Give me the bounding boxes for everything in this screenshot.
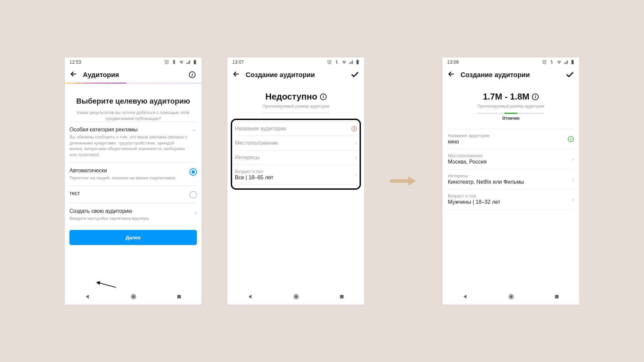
row-age-gender[interactable]: Возраст и пол Все | 18–65 лет › <box>234 165 358 185</box>
svg-line-3 <box>99 277 116 289</box>
mute-icon <box>171 59 177 65</box>
wifi-icon <box>179 59 184 65</box>
reach-bar-empty <box>262 113 329 113</box>
info-icon[interactable]: i <box>532 94 539 100</box>
special-category-row[interactable]: Особая категория рекламы Вы обязаны сооб… <box>69 122 197 162</box>
radio-selected-icon[interactable] <box>190 168 197 176</box>
svg-marker-4 <box>96 280 102 286</box>
reach-title: 1.7M - 1.8M i <box>447 92 575 102</box>
android-nav <box>227 289 364 305</box>
back-icon[interactable] <box>69 70 77 79</box>
svg-rect-18 <box>572 60 573 60</box>
mute-icon <box>549 59 554 65</box>
android-nav <box>442 289 579 305</box>
status-time: 12:53 <box>69 59 81 65</box>
alarm-icon <box>542 59 547 65</box>
reach-title: Недоступно i <box>232 92 360 102</box>
info-icon[interactable]: i <box>320 94 327 100</box>
create-label: Создать свою аудиторию <box>69 208 191 214</box>
nav-recent-icon[interactable] <box>176 294 182 299</box>
option-label: тест <box>69 190 186 196</box>
phone-screen-1: 12:53 Аудитория i Выберите целевую аудит… <box>64 57 202 305</box>
svg-point-12 <box>295 296 298 298</box>
page-title: Аудитория <box>83 71 182 79</box>
check-ok-icon <box>568 136 574 142</box>
form-callout: Название аудитории ! Местоположение › Ин… <box>231 119 361 190</box>
chevron-right-icon: › <box>350 172 357 178</box>
nav-recent-icon[interactable] <box>554 294 559 299</box>
annotation-arrow-icon <box>95 274 118 289</box>
reach-bar <box>477 113 544 114</box>
row-audience-name[interactable]: Название аудитории кино <box>447 129 575 149</box>
mute-icon <box>334 59 339 65</box>
signal-icon <box>186 60 191 64</box>
alarm-icon <box>164 59 169 65</box>
status-bar: 13:07 <box>227 57 364 67</box>
option-label: Автоматически <box>69 168 186 174</box>
chevron-down-icon <box>191 127 197 135</box>
alarm-icon <box>327 59 332 65</box>
nav-home-icon[interactable] <box>293 293 300 300</box>
status-icons <box>542 59 575 65</box>
status-bar: 13:08 <box>442 57 579 67</box>
heading: Выберите целевую аудиторию <box>69 97 197 106</box>
chevron-right-icon: › <box>350 140 357 146</box>
svg-point-20 <box>510 296 513 298</box>
special-label: Особая категория рекламы <box>69 127 187 133</box>
row-interests[interactable]: Интересы › <box>234 150 358 165</box>
option-test[interactable]: тест <box>69 185 197 203</box>
subheading: Каких результатов вы хотите добиться с п… <box>69 110 197 122</box>
wifi-icon <box>556 59 562 65</box>
wifi-icon <box>341 59 347 65</box>
option-desc: Таргетинг на людей, похожих на ваших под… <box>69 175 186 181</box>
signal-icon <box>349 60 354 64</box>
chevron-right-icon: › <box>567 196 574 202</box>
nav-home-icon[interactable] <box>508 293 515 300</box>
svg-point-6 <box>132 296 135 298</box>
svg-rect-10 <box>357 60 358 60</box>
status-time: 13:07 <box>232 59 244 65</box>
back-icon[interactable] <box>232 70 240 79</box>
row-age-gender[interactable]: Возраст и пол Мужчины | 18–32 лет › <box>447 189 575 209</box>
svg-rect-9 <box>357 60 359 64</box>
status-bar: 12:53 <box>65 57 202 67</box>
info-icon[interactable]: i <box>187 70 197 79</box>
nav-back-icon[interactable] <box>85 294 91 300</box>
status-icons <box>327 59 360 65</box>
battery-icon <box>193 59 197 65</box>
nav-recent-icon[interactable] <box>339 294 344 299</box>
back-icon[interactable] <box>447 70 455 79</box>
phone-screen-2: 13:07 Создание аудитории Недоступно i <box>227 57 365 305</box>
nav-back-icon[interactable] <box>462 294 468 300</box>
chevron-right-icon: › <box>567 156 574 162</box>
svg-rect-1 <box>194 60 196 64</box>
next-button[interactable]: Далее <box>69 230 197 245</box>
chevron-right-icon: › <box>195 209 197 217</box>
create-audience-row[interactable]: Создать свою аудиторию Введите настройки… <box>69 203 197 226</box>
warning-icon: ! <box>352 126 357 131</box>
row-location[interactable]: Местоположение › <box>234 136 358 150</box>
svg-rect-17 <box>572 60 574 64</box>
header: Аудитория i <box>65 67 202 83</box>
row-location[interactable]: Местоположение Москва, Россия › <box>447 149 575 169</box>
reach-subtitle: Прогнозируемый размер аудитории <box>447 104 575 109</box>
signal-icon <box>564 60 569 64</box>
create-desc: Введите настройки таргетинга вручную <box>69 216 191 222</box>
status-icons <box>164 59 197 65</box>
row-interests[interactable]: Интересы Кинотеатр, Netflix или Фильмы › <box>447 169 575 189</box>
chevron-right-icon: › <box>567 176 574 182</box>
chevron-right-icon: › <box>350 155 357 161</box>
nav-back-icon[interactable] <box>247 294 253 300</box>
row-audience-name[interactable]: Название аудитории ! <box>234 121 358 136</box>
nav-home-icon[interactable] <box>130 293 137 300</box>
option-automatic[interactable]: Автоматически Таргетинг на людей, похожи… <box>69 163 197 186</box>
header: Создание аудитории <box>442 67 579 83</box>
svg-rect-2 <box>195 60 196 60</box>
battery-icon <box>571 59 575 65</box>
page-title: Создание аудитории <box>246 71 345 79</box>
radio-icon[interactable] <box>190 191 197 198</box>
confirm-icon[interactable] <box>350 70 360 79</box>
battery-icon <box>356 59 360 65</box>
android-nav <box>65 289 202 305</box>
confirm-icon[interactable] <box>565 70 575 79</box>
